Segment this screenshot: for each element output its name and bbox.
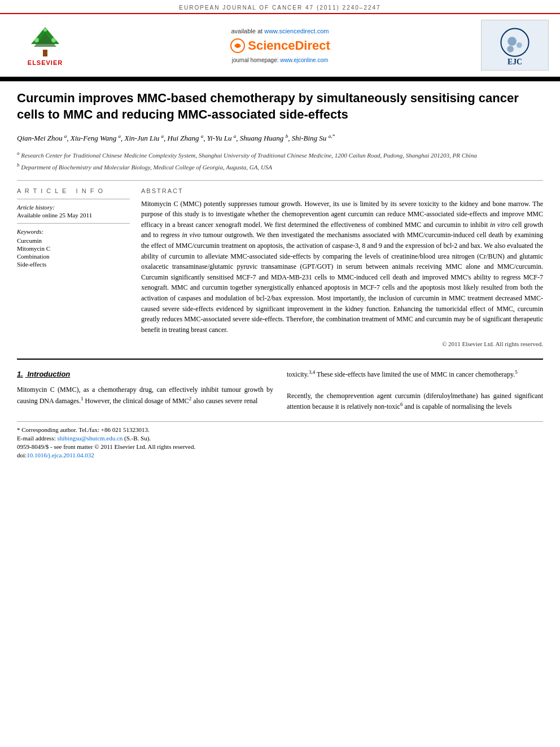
body-left-col: 1. Introduction Mitomycin C (MMC), as a … xyxy=(17,369,273,412)
section1-heading: 1. Introduction xyxy=(17,369,273,380)
ejconline-url[interactable]: www.ejconline.com xyxy=(280,57,328,63)
copyright: © 2011 Elsevier Ltd. All rights reserved… xyxy=(141,340,543,347)
footnote-corresponding: * Corresponding author. Tel./fax: +86 02… xyxy=(17,426,543,433)
section1-number: 1. xyxy=(17,370,23,378)
svg-point-3 xyxy=(34,38,39,42)
body-two-col: 1. Introduction Mitomycin C (MMC), as a … xyxy=(17,369,543,412)
keywords-rule xyxy=(17,223,130,224)
keyword-combination: Combination xyxy=(17,253,130,260)
keyword-side-effects: Side-effects xyxy=(17,261,130,268)
main-content: Curcumin improves MMC-based chemotherapy… xyxy=(0,81,560,469)
ejc-logo-svg: EJC xyxy=(482,20,548,71)
svg-point-10 xyxy=(517,42,522,48)
section1-body-right: toxicity.3,4 These side-effects have lim… xyxy=(287,369,543,412)
article-history-label: Article history: xyxy=(17,204,130,211)
publisher-banner: ELSEVIER available at www.sciencedirect.… xyxy=(0,13,560,77)
footnote-doi-value[interactable]: 10.1016/j.ejca.2011.04.032 xyxy=(27,452,94,458)
svg-point-4 xyxy=(51,38,56,42)
footnote-email-name: (S.-B. Su). xyxy=(124,435,151,442)
section1-body-left: Mitomycin C (MMC), as a chemotherapy dru… xyxy=(17,385,273,406)
footnote-email: E-mail address: shibingsu@shutcm.edu.cn … xyxy=(17,435,543,442)
journal-homepage: journal homepage: www.ejconline.com xyxy=(230,57,330,63)
article-title: Curcumin improves MMC-based chemotherapy… xyxy=(17,90,543,123)
ejc-logo: EJC xyxy=(481,20,549,71)
black-separator xyxy=(0,77,560,81)
journal-name: EUROPEAN JOURNAL OF CANCER 47 (2011) 224… xyxy=(179,5,380,11)
footnote-doi: doi:10.1016/j.ejca.2011.04.032 xyxy=(17,452,543,458)
sciencedirect-url[interactable]: www.sciencedirect.com xyxy=(264,28,329,34)
svg-point-5 xyxy=(43,28,47,32)
journal-header: EUROPEAN JOURNAL OF CANCER 47 (2011) 224… xyxy=(0,0,560,13)
affiliations: a Research Center for Traditional Chines… xyxy=(17,150,543,172)
affiliation-b: b Department of Biochemistry and Molecul… xyxy=(17,161,543,172)
keyword-curcumin: Curcumin xyxy=(17,237,130,244)
right-column: ABSTRACT Mitomycin C (MMC) potently supp… xyxy=(141,187,543,348)
authors: Qian-Mei Zhou a, Xiu-Feng Wang a, Xin-Ju… xyxy=(17,132,543,144)
body-right-col: toxicity.3,4 These side-effects have lim… xyxy=(287,369,543,412)
elsevier-label: ELSEVIER xyxy=(28,59,63,66)
svg-text:EJC: EJC xyxy=(508,58,522,66)
keywords-label: Keywords: xyxy=(17,228,130,235)
available-online-date: Available online 25 May 2011 xyxy=(17,212,130,219)
sd-icon xyxy=(230,38,246,54)
section-divider xyxy=(17,180,543,181)
info-rule xyxy=(17,199,130,199)
footnote-section: * Corresponding author. Tel./fax: +86 02… xyxy=(17,421,543,458)
sciencedirect-logo: ScienceDirect xyxy=(230,38,330,54)
abstract-text: Mitomycin C (MMC) potently suppresses tu… xyxy=(141,199,543,335)
elsevier-logo: ELSEVIER xyxy=(11,24,79,66)
footnote-issn: 0959-8049/$ - see front matter © 2011 El… xyxy=(17,443,543,450)
elsevier-tree-icon xyxy=(23,24,68,58)
left-column: A R T I C L E I N F O Article history: A… xyxy=(17,187,130,348)
available-at: available at www.sciencedirect.com xyxy=(230,28,330,34)
article-info-header: A R T I C L E I N F O xyxy=(17,187,130,194)
keyword-mitomycin: Mitomycin C xyxy=(17,245,130,252)
two-col-layout: A R T I C L E I N F O Article history: A… xyxy=(17,187,543,348)
footnote-email-address[interactable]: shibingsu@shutcm.edu.cn xyxy=(57,435,123,442)
affiliation-a: a Research Center for Traditional Chines… xyxy=(17,150,543,160)
body-section: 1. Introduction Mitomycin C (MMC), as a … xyxy=(17,359,543,458)
section1-title: Introduction xyxy=(27,370,70,378)
svg-point-11 xyxy=(507,46,514,53)
svg-rect-0 xyxy=(43,50,47,56)
svg-point-9 xyxy=(508,37,517,46)
center-info: available at www.sciencedirect.com Scien… xyxy=(230,28,330,63)
abstract-header: ABSTRACT xyxy=(141,187,543,194)
